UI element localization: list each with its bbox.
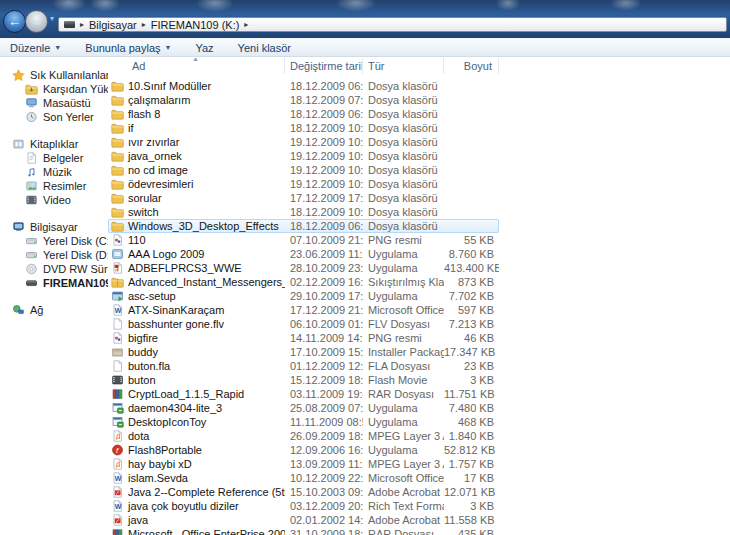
column-headers: ▲ Ad Değiştirme tarihi Tür Boyut	[108, 58, 730, 74]
file-rows: 10.Sınıf Modüller18.12.2009 06:09Dosya k…	[108, 74, 730, 535]
file-date-modified: 29.10.2009 17:46	[285, 290, 363, 302]
file-row[interactable]: buton15.12.2009 18:08Flash Movie3 KB	[108, 373, 499, 387]
file-row[interactable]: Windows_3D_Desktop_Effects18.12.2009 06:…	[108, 219, 499, 233]
file-type: Dosya klasörü	[363, 178, 444, 190]
organize-menu-button[interactable]: Düzenle ▼	[10, 42, 61, 54]
file-date-modified: 02.12.2009 16:41	[285, 276, 363, 288]
pdf-icon	[111, 514, 124, 526]
sidebar-item-recent-places[interactable]: Son Yerler	[0, 110, 108, 124]
file-name-cell: asc-setup	[108, 290, 285, 302]
sidebar-item-music[interactable]: Müzik	[0, 165, 108, 179]
file-size: 52.812 KB	[444, 444, 499, 456]
file-row[interactable]: flash 818.12.2009 06:09Dosya klasörü	[108, 107, 499, 121]
file-row[interactable]: Advanced_Instant_Messengers_Password...0…	[108, 275, 499, 289]
file-row[interactable]: java02.01.2002 14:44Adobe Acrobat D...11…	[108, 513, 499, 527]
file-row[interactable]: 10.Sınıf Modüller18.12.2009 06:09Dosya k…	[108, 79, 499, 93]
sidebar-item-fireman109-k[interactable]: FIREMAN109 (K:)	[0, 276, 108, 290]
file-type: Rich Text Format	[363, 500, 444, 512]
file-row[interactable]: ıvır zıvırlar19.12.2009 10:53Dosya klasö…	[108, 135, 499, 149]
sidebar-item-local-disk-d[interactable]: Yerel Disk (D:)	[0, 248, 108, 262]
file-size: 468 KB	[444, 416, 499, 428]
adobe-app-icon	[111, 262, 124, 274]
file-size: 23 KB	[444, 360, 499, 372]
png-icon	[111, 332, 124, 344]
sidebar-item-pictures[interactable]: Resimler	[0, 179, 108, 193]
file-row[interactable]: asc-setup29.10.2009 17:46Uygulama7.702 K…	[108, 289, 499, 303]
sidebar-group-favorites[interactable]: Sık Kullanılanlar	[0, 67, 108, 82]
file-row[interactable]: dota26.09.2009 18:21MPEG Layer 3 Aud...1…	[108, 429, 499, 443]
file-name: Java 2--Complete Reference (5th Ed 2002)	[128, 486, 285, 498]
file-name: buddy	[128, 346, 158, 358]
breadcrumb-computer[interactable]: Bilgisayar	[89, 19, 137, 31]
file-name: ödevresimleri	[128, 178, 193, 190]
file-row[interactable]: WATX-SinanKaraçam17.12.2009 21:24Microso…	[108, 303, 499, 317]
file-row[interactable]: java_ornek19.12.2009 10:53Dosya klasörü	[108, 149, 499, 163]
file-row[interactable]: hay baybi xD13.09.2009 11:50MPEG Layer 3…	[108, 457, 499, 471]
new-folder-button[interactable]: Yeni klasör	[238, 42, 291, 54]
sidebar-item-documents[interactable]: Belgeler	[0, 151, 108, 165]
file-row[interactable]: Java 2--Complete Reference (5th Ed 2002)…	[108, 485, 499, 499]
file-date-modified: 17.12.2009 21:24	[285, 304, 363, 316]
address-bar[interactable]: ▸ Bilgisayar ▸ FIREMAN109 (K:) ▸	[58, 17, 727, 32]
file-row[interactable]: basshunter gone.flv06.10.2009 01:25FLV D…	[108, 317, 499, 331]
file-row[interactable]: 11007.10.2009 21:16PNG resmi55 KB	[108, 233, 499, 247]
breadcrumb-current-drive[interactable]: FIREMAN109 (K:)	[151, 19, 240, 31]
file-row[interactable]: Microsoft_ Office EnterPrise 2007_ activ…	[108, 527, 499, 535]
sidebar-item-dvd-drive-e[interactable]: DVD RW Sürücüsü (E	[0, 262, 108, 276]
column-header-date-modified[interactable]: Değiştirme tarihi	[285, 58, 363, 74]
file-name-cell: switch	[108, 206, 285, 218]
file-name-cell: basshunter gone.flv	[108, 318, 285, 330]
sidebar-group-libraries[interactable]: Kitaplıklar	[0, 136, 108, 151]
png-icon	[111, 234, 124, 246]
sidebar-item-downloads[interactable]: Karşıdan Yüklemeler	[0, 82, 108, 96]
history-dropdown-icon[interactable]: ▾	[50, 14, 54, 23]
file-date-modified: 11.11.2009 08:52	[285, 416, 363, 428]
file-row[interactable]: no cd image19.12.2009 10:53Dosya klasörü	[108, 163, 499, 177]
file-size: 11.558 KB	[444, 514, 499, 526]
folder-icon	[111, 122, 124, 134]
sidebar-group-network[interactable]: Ağ	[0, 302, 108, 317]
sidebar-item-desktop[interactable]: Masaüstü	[0, 96, 108, 110]
file-row[interactable]: switch18.12.2009 10:57Dosya klasörü	[108, 205, 499, 219]
file-type: Microsoft Office ...	[363, 304, 444, 316]
file-row[interactable]: Wislam.Sevda10.12.2009 22:36Microsoft Of…	[108, 471, 499, 485]
sidebar-item-local-disk-c[interactable]: Yerel Disk (C:)	[0, 234, 108, 248]
file-name-cell: ıvır zıvırlar	[108, 136, 285, 148]
file-row[interactable]: çalışmalarım18.12.2009 07:42Dosya klasör…	[108, 93, 499, 107]
file-row[interactable]: bigfire14.11.2009 14:59PNG resmi46 KB	[108, 331, 499, 345]
file-name-cell: CryptLoad_1.1.5_Rapid	[108, 388, 285, 400]
column-header-name[interactable]: ▲ Ad	[108, 58, 285, 74]
file-row[interactable]: CryptLoad_1.1.5_Rapid03.11.2009 19:45RAR…	[108, 387, 499, 401]
page-icon	[111, 360, 124, 372]
msi-icon	[111, 346, 124, 358]
file-row[interactable]: DesktopIconToy11.11.2009 08:52Uygulama46…	[108, 415, 499, 429]
back-button[interactable]: ←	[3, 10, 26, 33]
file-name-cell: Windows_3D_Desktop_Effects	[108, 220, 285, 232]
music-icon	[25, 166, 38, 178]
column-header-size[interactable]: Boyut	[444, 58, 499, 74]
column-header-type[interactable]: Tür	[363, 58, 444, 74]
file-size: 597 KB	[444, 304, 499, 316]
sidebar-group-computer[interactable]: Bilgisayar	[0, 219, 108, 234]
share-with-menu-button[interactable]: Bununla paylaş ▼	[85, 42, 171, 54]
breadcrumb-separator-icon[interactable]: ▸	[242, 20, 250, 29]
share-with-label: Bununla paylaş	[85, 42, 160, 54]
hdd-icon	[25, 249, 38, 261]
file-row[interactable]: Wjava çok boyutlu diziler03.12.2009 20:2…	[108, 499, 499, 513]
file-size: 435 KB	[444, 528, 499, 535]
file-row[interactable]: buton.fla01.12.2009 12:53FLA Dosyası23 K…	[108, 359, 499, 373]
file-row[interactable]: AAA Logo 200923.06.2009 11:39Uygulama8.7…	[108, 247, 499, 261]
file-row[interactable]: ADBEFLPRCS3_WWE28.10.2009 23:09Uygulama4…	[108, 261, 499, 275]
file-row[interactable]: buddy17.10.2009 15:05Installer Package17…	[108, 345, 499, 359]
forward-button[interactable]: →	[25, 10, 48, 33]
file-date-modified: 13.09.2009 11:50	[285, 458, 363, 470]
file-row[interactable]: sorular17.12.2009 17:59Dosya klasörü	[108, 191, 499, 205]
file-name-cell: flash 8	[108, 108, 285, 120]
file-row[interactable]: fFlash8Portable12.09.2006 16:08Uygulama5…	[108, 443, 499, 457]
sidebar-item-video[interactable]: Video	[0, 193, 108, 207]
file-row[interactable]: daemon4304-lite_325.08.2009 07:43Uygulam…	[108, 401, 499, 415]
usb-icon	[25, 277, 38, 289]
file-row[interactable]: ödevresimleri19.12.2009 10:51Dosya klasö…	[108, 177, 499, 191]
file-row[interactable]: if18.12.2009 10:57Dosya klasörü	[108, 121, 499, 135]
burn-button[interactable]: Yaz	[195, 42, 213, 54]
